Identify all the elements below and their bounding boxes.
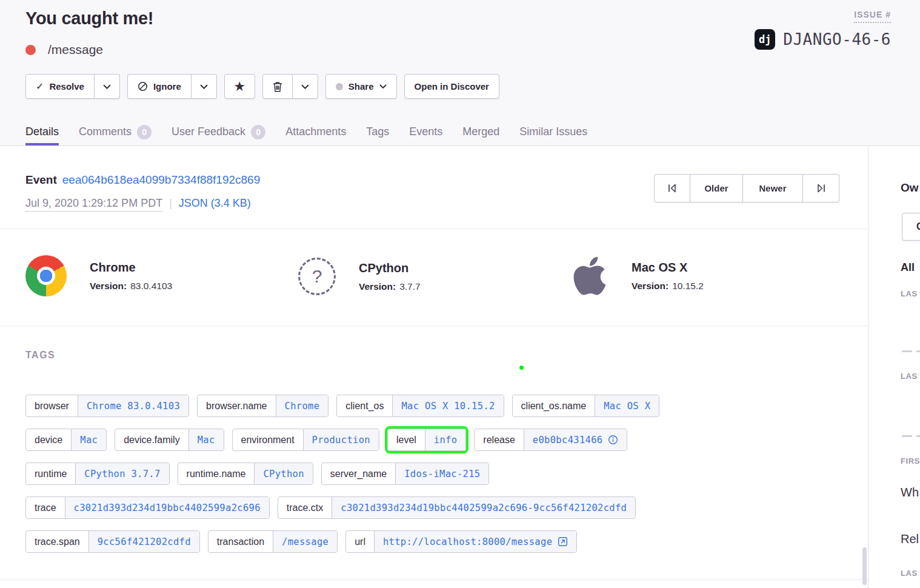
newer-event-button[interactable]: Newer [743, 174, 803, 202]
oldest-event-button[interactable] [654, 174, 690, 202]
tag-pill-device: deviceMac [25, 429, 107, 451]
right-sidebar: Ow C All LAS LAS FIRS Wh Rel LAS [868, 146, 920, 588]
tag-value-link[interactable]: 9cc56f421202cdfd [88, 531, 199, 552]
event-json-link[interactable]: JSON (3.4 KB) [179, 197, 251, 210]
culprit-row: /message [25, 42, 103, 57]
external-link-icon [558, 536, 568, 547]
tab-events[interactable]: Events [409, 118, 442, 145]
tag-pill-trace.ctx: trace.ctxc3021d393d234d19bbc4402599a2c69… [278, 496, 636, 519]
chevron-down-icon [379, 84, 387, 89]
tab-user-feedback[interactable]: User Feedback0 [172, 118, 265, 145]
context-card-mac-os-x: Mac OS XVersion:10.15.2 [571, 254, 704, 298]
tab-details[interactable]: Details [25, 118, 59, 145]
tag-value-link[interactable]: /message [273, 531, 337, 552]
skip-to-first-icon [667, 184, 677, 193]
tag-value-text: Mac OS X 10.15.2 [401, 401, 495, 412]
info-icon [608, 435, 618, 445]
tag-value-text: Mac [80, 435, 98, 446]
tag-value-link[interactable]: Chrome [276, 395, 328, 416]
share-button[interactable]: Share [325, 74, 397, 99]
tab-label: Comments [79, 125, 132, 138]
tag-value-link[interactable]: Mac [188, 429, 224, 450]
issue-short-id[interactable]: DJANGO-46-6 [783, 30, 891, 48]
django-project-logo: dj [755, 29, 775, 50]
tab-tags[interactable]: Tags [366, 118, 389, 145]
tag-value-link[interactable]: Mac OS X [595, 395, 659, 416]
tag-value-link[interactable]: c3021d393d234d19bbc4402599a2c696 [65, 497, 269, 518]
sidebar-who-text: Wh [901, 486, 919, 499]
tag-value-link[interactable]: info [425, 429, 466, 450]
delete-button[interactable] [262, 74, 293, 99]
tag-row: tracec3021d393d234d19bbc4402599a2c696tra… [25, 496, 850, 519]
issue-tabs: DetailsComments0User Feedback0Attachment… [25, 118, 587, 145]
tag-value-text: CPython 3.7.7 [84, 469, 160, 479]
circle-slash-icon [138, 81, 148, 92]
tab-attachments[interactable]: Attachments [285, 118, 346, 145]
tag-value-link[interactable]: Chrome 83.0.4103 [78, 395, 188, 416]
tag-value-text: http://localhost:8000/message [383, 536, 552, 547]
tag-value-text: c3021d393d234d19bbc4402599a2c696 [74, 503, 261, 513]
share-status-dot [336, 83, 343, 90]
resolve-button[interactable]: ✓ Resolve [25, 74, 95, 99]
tag-key: environment [233, 429, 303, 450]
tag-value-link[interactable]: Idos-iMac-215 [395, 463, 488, 484]
sidebar-create-button[interactable]: C [902, 213, 920, 241]
tab-label: User Feedback [172, 125, 245, 138]
newest-event-button[interactable] [803, 174, 839, 202]
tag-value-link[interactable]: Mac [71, 429, 106, 450]
tag-key: url [346, 531, 374, 552]
tag-key: trace [26, 497, 65, 518]
issue-header: You caught me! /message ✓ Resolve Ignore… [0, 0, 920, 146]
tag-row: runtimeCPython 3.7.7runtime.nameCPythons… [25, 463, 850, 485]
ignore-dropdown-button[interactable] [192, 74, 217, 99]
event-pagination: Older Newer [654, 174, 839, 202]
resolve-dropdown-button[interactable] [95, 74, 120, 99]
open-in-discover-button[interactable]: Open in Discover [404, 74, 499, 99]
tag-pill-runtime: runtimeCPython 3.7.7 [25, 463, 170, 485]
tag-row: deviceMacdevice.familyMacenvironmentProd… [25, 429, 850, 451]
older-event-button[interactable]: Older [690, 174, 743, 202]
context-text: Mac OS XVersion:10.15.2 [632, 261, 704, 292]
tag-pill-transaction: transaction/message [208, 530, 338, 553]
tag-value-link[interactable]: c3021d393d234d19bbc4402599a2c696-9cc56f4… [332, 497, 635, 518]
version-label: Version: [632, 281, 668, 291]
sidebar-first-label: FIRS [901, 456, 920, 466]
event-meta-line: Jul 9, 2020 1:29:12 PM PDT | JSON (3.4 K… [25, 197, 251, 212]
event-title-line: Event eea064b618ea4099b7334f88f192c869 [25, 173, 260, 187]
tag-key: client_os [337, 395, 392, 416]
resolve-label: Resolve [49, 81, 84, 92]
tab-label: Similar Issues [519, 125, 587, 138]
sidebar-all-heading: All [901, 261, 915, 274]
tag-value-text: info [434, 435, 458, 446]
chevron-down-icon [200, 84, 208, 89]
version-label: Version: [359, 281, 396, 292]
event-id-link[interactable]: eea064b618ea4099b7334f88f192c869 [62, 173, 261, 187]
tag-key: device [26, 429, 71, 450]
context-card-chrome: ChromeVersion:83.0.4103 [25, 255, 172, 296]
tag-value-link[interactable]: e0b0bc431466 [524, 429, 627, 450]
tag-value-link[interactable]: Mac OS X 10.15.2 [392, 395, 503, 416]
tag-value-link[interactable]: Production [303, 429, 379, 450]
trash-icon [273, 81, 282, 92]
delete-dropdown-button[interactable] [293, 74, 318, 99]
ignore-button[interactable]: Ignore [127, 74, 192, 99]
context-text: ChromeVersion:83.0.4103 [90, 261, 172, 292]
tag-key: trace.ctx [278, 497, 332, 518]
tag-value-link[interactable]: CPython 3.7.7 [75, 463, 168, 484]
tab-similar-issues[interactable]: Similar Issues [519, 118, 587, 145]
issue-culprit: /message [48, 42, 103, 57]
tab-comments[interactable]: Comments0 [79, 118, 152, 145]
event-timestamp: Jul 9, 2020 1:29:12 PM PDT [25, 197, 162, 212]
sidebar-release-text: Rel [901, 532, 919, 546]
tab-label: Attachments [285, 125, 346, 138]
tag-key: level [388, 429, 425, 450]
bookmark-button[interactable]: ★ [224, 74, 255, 99]
context-card-cpython: ?CPythonVersion:3.7.7 [298, 258, 421, 295]
tag-value-link[interactable]: http://localhost:8000/message [374, 531, 576, 552]
context-version: Version:10.15.2 [632, 281, 704, 292]
tab-merged[interactable]: Merged [462, 118, 499, 145]
scrollbar-thumb[interactable] [862, 547, 867, 585]
version-value: 83.0.4103 [130, 281, 172, 291]
tag-value-link[interactable]: CPython [254, 463, 312, 484]
tag-key: transaction [208, 531, 273, 552]
